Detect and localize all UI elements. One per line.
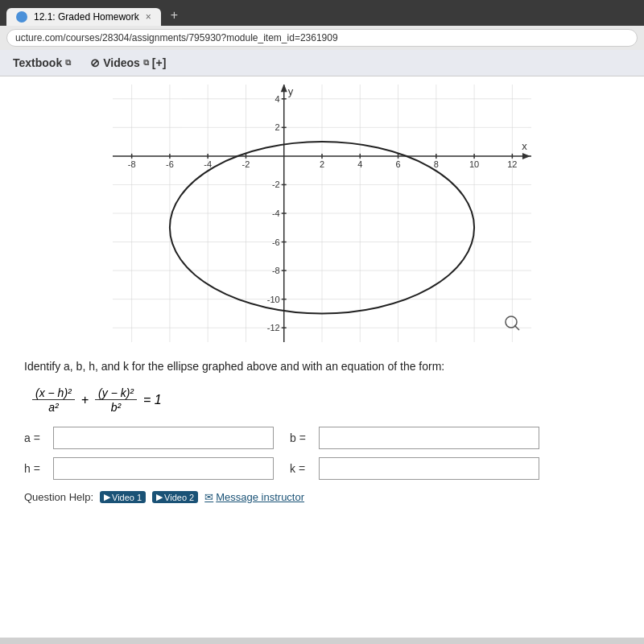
video1-button[interactable]: ▶ Video 1 <box>100 491 146 503</box>
plus-sign: + <box>81 393 89 407</box>
tab-favicon-icon <box>16 11 27 23</box>
k-label: k = <box>290 462 312 475</box>
k-input[interactable] <box>319 457 539 480</box>
h-label: h = <box>24 462 47 475</box>
a-input[interactable] <box>53 427 274 449</box>
question-area: Identify a, b, h, and k for the ellipse … <box>0 350 644 516</box>
question-instruction: Identify a, b, h, and k for the ellipse … <box>24 358 620 375</box>
b-input[interactable] <box>319 427 539 449</box>
videos-icon: ⊘ <box>90 56 100 69</box>
equals-one: = 1 <box>143 393 162 407</box>
a-input-row: a = <box>24 427 274 449</box>
graph-wrapper <box>113 85 531 342</box>
question-help-label: Question Help: <box>24 491 93 503</box>
active-tab[interactable]: 12.1: Graded Homework × <box>6 8 161 26</box>
toolbar: Textbook ⧉ ⊘ Videos ⧉ [+] <box>0 50 644 76</box>
videos-label: Videos <box>103 56 140 69</box>
question-help: Question Help: ▶ Video 1 ▶ Video 2 ✉ Mes… <box>24 491 620 503</box>
b-input-row: b = <box>290 427 539 449</box>
videos-link[interactable]: ⊘ Videos ⧉ [+] <box>90 56 166 69</box>
a-label: a = <box>24 431 47 444</box>
video2-button[interactable]: ▶ Video 2 <box>152 491 198 503</box>
play-icon-1: ▶ <box>104 492 110 502</box>
b-label: b = <box>290 431 312 444</box>
fraction1-numerator: (x − h)² <box>32 386 75 400</box>
equation-display: (x − h)² a² + (y − k)² b² = 1 <box>32 386 620 414</box>
textbook-external-link-icon: ⧉ <box>65 58 71 68</box>
textbook-link[interactable]: Textbook ⧉ <box>13 56 71 69</box>
envelope-icon: ✉ <box>204 491 213 503</box>
fraction2-numerator: (y − k)² <box>95 386 137 400</box>
tab-title: 12.1: Graded Homework <box>34 11 139 23</box>
ellipse-graph <box>113 85 531 342</box>
message-instructor-label: Message instructor <box>216 491 304 503</box>
video2-label: Video 2 <box>164 493 194 502</box>
input-grid: a = b = h = k = <box>24 427 539 480</box>
textbook-label: Textbook <box>13 56 62 69</box>
play-icon-2: ▶ <box>156 492 163 502</box>
h-input-row: h = <box>24 457 274 480</box>
fraction2-denominator: b² <box>108 401 124 414</box>
plus-label: [+] <box>152 56 167 69</box>
browser-chrome: 12.1: Graded Homework × + <box>0 0 644 26</box>
new-tab-button[interactable]: + <box>164 5 184 26</box>
address-bar-row: ucture.com/courses/28304/assignments/795… <box>0 26 644 50</box>
h-input[interactable] <box>53 457 274 480</box>
tab-close-button[interactable]: × <box>146 11 151 23</box>
videos-external-link-icon: ⧉ <box>143 58 149 68</box>
fraction1-denominator: a² <box>45 401 61 414</box>
tab-bar: 12.1: Graded Homework × + <box>6 5 638 26</box>
address-bar[interactable]: ucture.com/courses/28304/assignments/795… <box>6 29 638 47</box>
fraction-2: (y − k)² b² <box>95 386 137 414</box>
fraction-1: (x − h)² a² <box>32 386 75 414</box>
graph-container <box>0 76 644 350</box>
k-input-row: k = <box>290 457 539 480</box>
page-content: Textbook ⧉ ⊘ Videos ⧉ [+] Identify a, b,… <box>0 50 644 638</box>
video1-label: Video 1 <box>112 493 142 502</box>
message-instructor-link[interactable]: ✉ Message instructor <box>204 491 304 503</box>
